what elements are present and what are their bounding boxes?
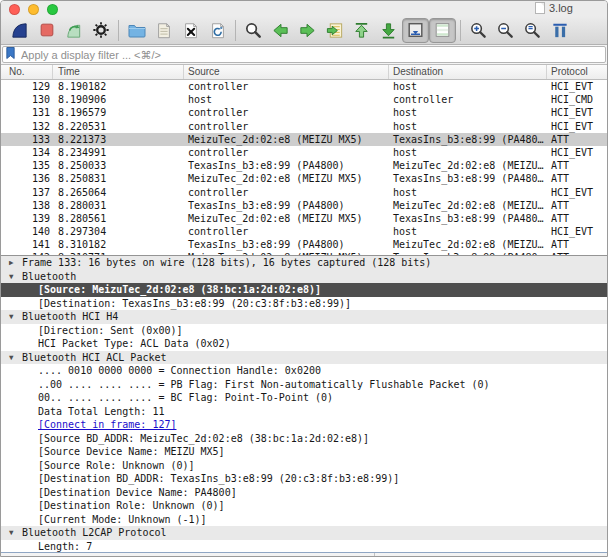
open-file-button[interactable] <box>123 18 150 43</box>
detail-text: Bluetooth <box>22 270 76 284</box>
packet-row[interactable]: 133 8.221373 MeizuTec_2d:02:e8 (MEIZU MX… <box>1 133 607 146</box>
window-title-text: 3.log <box>549 2 573 14</box>
capture-options-button[interactable] <box>87 18 114 43</box>
packet-protocol: ATT <box>547 238 607 251</box>
detail-tree-row[interactable]: [Destination: TexasIns_b3:e8:99 (20:c3:8… <box>1 297 607 311</box>
detail-tree-row[interactable]: .... 0010 0000 0000 = Connection Handle:… <box>1 364 607 378</box>
go-forward-button[interactable] <box>294 18 321 43</box>
detail-text: [Destination Role: Unknown (0)] <box>38 499 225 513</box>
packet-destination: TexasIns_b3:e8:99 (PA480… <box>389 251 547 255</box>
packet-no: 132 <box>1 120 53 133</box>
zoom-in-icon <box>469 21 488 40</box>
restart-capture-button[interactable] <box>60 18 87 43</box>
packet-row[interactable]: 141 8.310182 TexasIns_b3:e8:99 (PA4800) … <box>1 238 607 251</box>
save-file-button[interactable] <box>150 18 177 43</box>
detail-tree-row[interactable]: [Source BD_ADDR: MeizuTec_2d:02:e8 (38:b… <box>1 432 607 446</box>
detail-tree-row[interactable]: [Destination Role: Unknown (0)] <box>1 499 607 513</box>
colorize-button[interactable] <box>429 18 456 43</box>
detail-tree-row[interactable]: [Destination BD_ADDR: TexasIns_b3:e8:99 … <box>1 472 607 486</box>
packet-source: TexasIns_b3:e8:99 (PA4800) <box>184 199 389 212</box>
column-header-protocol[interactable]: Protocol <box>547 65 608 79</box>
zoom-in-button[interactable] <box>465 18 492 43</box>
packet-row[interactable]: 129 8.190182 controller host HCI_EVT <box>1 80 607 93</box>
packet-time: 8.234991 <box>53 146 184 159</box>
expander-icon[interactable]: ▶ <box>9 256 22 270</box>
packet-list-header: No. Time Source Destination Protocol <box>1 65 607 80</box>
go-back-button[interactable] <box>267 18 294 43</box>
display-filter-field[interactable] <box>2 46 606 63</box>
find-packet-button[interactable] <box>240 18 267 43</box>
go-to-packet-button[interactable] <box>321 18 348 43</box>
expander-icon[interactable]: ▼ <box>9 310 22 324</box>
packet-row[interactable]: 139 8.280561 MeizuTec_2d:02:e8 (MEIZU MX… <box>1 212 607 225</box>
start-capture-button[interactable] <box>6 18 33 43</box>
document-icon <box>535 2 545 14</box>
detail-tree-row[interactable]: ▼ Bluetooth <box>1 270 607 284</box>
packet-protocol: ATT <box>547 212 607 225</box>
packet-row[interactable]: 138 8.280031 TexasIns_b3:e8:99 (PA4800) … <box>1 199 607 212</box>
detail-tree-row[interactable]: [Source: MeizuTec_2d:02:e8 (38:bc:1a:2d:… <box>1 283 607 297</box>
detail-tree-row[interactable]: [Current Mode: Unknown (-1)] <box>1 513 607 527</box>
detail-tree-row[interactable]: ▼ Bluetooth L2CAP Protocol <box>1 526 607 540</box>
column-header-destination[interactable]: Destination <box>389 65 547 79</box>
packet-list: 129 8.190182 controller host HCI_EVT 130… <box>1 80 607 255</box>
close-file-button[interactable] <box>177 18 204 43</box>
arrow-up-icon <box>352 21 371 40</box>
detail-tree-row[interactable]: ▼ Bluetooth HCI H4 <box>1 310 607 324</box>
detail-text: [Destination: TexasIns_b3:e8:99 (20:c3:8… <box>38 297 351 311</box>
packet-no: 139 <box>1 212 53 225</box>
resize-columns-button[interactable] <box>546 18 573 43</box>
packet-row[interactable]: 137 8.265064 controller host HCI_EVT <box>1 186 607 199</box>
toolbar-separator <box>235 20 236 41</box>
reload-file-button[interactable] <box>204 18 231 43</box>
detail-tree-row[interactable]: ▼ Bluetooth HCI ACL Packet <box>1 351 607 365</box>
detail-tree-row[interactable]: [Source Device Name: MEIZU MX5] <box>1 445 607 459</box>
detail-tree-row[interactable]: [Destination Device Name: PA4800] <box>1 486 607 500</box>
save-document-icon <box>155 21 173 40</box>
packet-time: 8.250033 <box>53 159 184 172</box>
packet-protocol: ATT <box>547 172 607 185</box>
detail-text: Bluetooth L2CAP Protocol <box>22 526 167 540</box>
packet-protocol: ATT <box>547 251 607 255</box>
column-header-time[interactable]: Time <box>53 65 184 79</box>
detail-tree-row[interactable]: HCI Packet Type: ACL Data (0x02) <box>1 337 607 351</box>
detail-tree-row[interactable]: ▶ Frame 133: 16 bytes on wire (128 bits)… <box>1 256 607 270</box>
bookmark-icon[interactable] <box>5 46 16 64</box>
display-filter-input[interactable] <box>16 47 605 62</box>
expander-icon[interactable]: ▼ <box>9 351 22 365</box>
packet-no: 131 <box>1 106 53 119</box>
go-last-packet-button[interactable] <box>375 18 402 43</box>
detail-tree-row-link[interactable]: [Connect in frame: 127] <box>1 418 607 432</box>
expander-icon[interactable]: ▼ <box>9 270 22 284</box>
zoom-out-button[interactable] <box>492 18 519 43</box>
detail-tree-row[interactable]: [Source Role: Unknown (0)] <box>1 459 607 473</box>
stop-capture-button[interactable] <box>33 18 60 43</box>
packet-time: 8.221373 <box>53 133 184 146</box>
packet-row[interactable]: 130 8.190906 host controller HCI_CMD <box>1 93 607 106</box>
expander-icon[interactable]: ▼ <box>9 526 22 540</box>
go-first-packet-button[interactable] <box>348 18 375 43</box>
packet-row[interactable]: 132 8.220531 controller host HCI_EVT <box>1 120 607 133</box>
detail-tree-row[interactable]: [Direction: Sent (0x00)] <box>1 324 607 338</box>
column-header-source[interactable]: Source <box>184 65 389 79</box>
pane-divider[interactable] <box>374 553 375 557</box>
packet-row[interactable]: 134 8.234991 controller host HCI_EVT <box>1 146 607 159</box>
packet-row[interactable]: 136 8.250831 MeizuTec_2d:02:e8 (MEIZU MX… <box>1 172 607 185</box>
close-window-button[interactable] <box>9 4 20 15</box>
title-bar: 3.log <box>1 1 607 16</box>
minimize-window-button[interactable] <box>28 4 39 15</box>
detail-tree-row[interactable]: 00.. .... .... .... = BC Flag: Point-To-… <box>1 391 607 405</box>
auto-scroll-button[interactable] <box>402 18 429 43</box>
detail-tree-row[interactable]: ..00 .... .... .... = PB Flag: First Non… <box>1 378 607 392</box>
packet-row[interactable]: 142 8.310771 MeizuTec_2d:02:e8 (MEIZU MX… <box>1 251 607 255</box>
packet-row[interactable]: 135 8.250033 TexasIns_b3:e8:99 (PA4800) … <box>1 159 607 172</box>
zoom-original-button[interactable] <box>519 18 546 43</box>
column-header-no[interactable]: No. <box>1 65 53 79</box>
packet-row[interactable]: 131 8.196579 controller host HCI_EVT <box>1 106 607 119</box>
zoom-window-button[interactable] <box>47 4 58 15</box>
detail-tree-row[interactable]: Length: 7 <box>1 540 607 553</box>
packet-row[interactable]: 140 8.297304 controller host HCI_EVT <box>1 225 607 238</box>
detail-tree-row[interactable]: Data Total Length: 11 <box>1 405 607 419</box>
packet-no: 135 <box>1 159 53 172</box>
packet-time: 8.190906 <box>53 93 184 106</box>
